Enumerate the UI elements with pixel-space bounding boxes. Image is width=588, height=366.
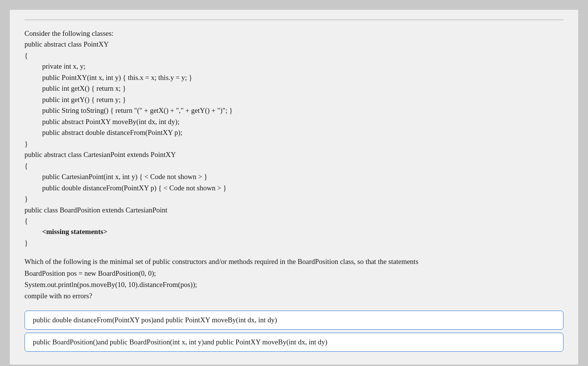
code-line-5: public PointXY(int x, int y) { this.x = …: [24, 72, 564, 83]
answer-option-1-text: public double distanceFrom(PointXY pos)a…: [33, 316, 277, 324]
question-line-2: BoardPosition pos = new BoardPosition(0,…: [24, 268, 564, 279]
answer-option-1[interactable]: public double distanceFrom(PointXY pos)a…: [24, 311, 564, 330]
answer-option-2[interactable]: public BoardPosition()and public BoardPo…: [24, 333, 564, 352]
code-line-13: {: [24, 160, 564, 171]
code-line-11: }: [24, 138, 564, 149]
question-text: Which of the following is the minimal se…: [24, 256, 564, 302]
code-line-10: public abstract double distanceFrom(Poin…: [24, 127, 564, 138]
code-line-17: public class BoardPosition extends Carte…: [24, 205, 564, 215]
code-line-missing: <missing statements>: [24, 226, 564, 237]
answer-option-2-text: public BoardPosition()and public BoardPo…: [33, 338, 327, 346]
code-line-19: }: [24, 237, 564, 248]
code-line-4: private int x, y;: [24, 61, 564, 72]
code-block: Consider the following classes: public a…: [24, 28, 564, 248]
question-line-4: compile with no errors?: [24, 290, 564, 302]
code-line-6: public int getX() { return x; }: [24, 83, 564, 94]
code-line-12: public abstract class CartesianPoint ext…: [24, 149, 564, 160]
code-line-7: public int getY() { return y; }: [24, 94, 564, 105]
question-line-3: System.out.println(pos.moveBy(10, 10).di…: [24, 279, 564, 290]
top-divider: [24, 20, 564, 20]
code-line-1: Consider the following classes:: [24, 28, 564, 39]
code-line-9: public abstract PointXY moveBy(int dx, i…: [24, 116, 564, 127]
code-line-16: }: [24, 193, 564, 204]
page-container: Consider the following classes: public a…: [10, 10, 578, 365]
code-line-3: {: [24, 50, 564, 61]
question-line-1: Which of the following is the minimal se…: [24, 256, 564, 267]
code-line-8: public String toString() { return "(" + …: [24, 105, 564, 116]
code-line-2: public abstract class PointXY: [24, 39, 564, 50]
code-line-14: public CartesianPoint(int x, int y) { < …: [24, 171, 564, 182]
code-line-15: public double distanceFrom(PointXY p) { …: [24, 183, 564, 193]
code-line-18: {: [24, 215, 564, 226]
